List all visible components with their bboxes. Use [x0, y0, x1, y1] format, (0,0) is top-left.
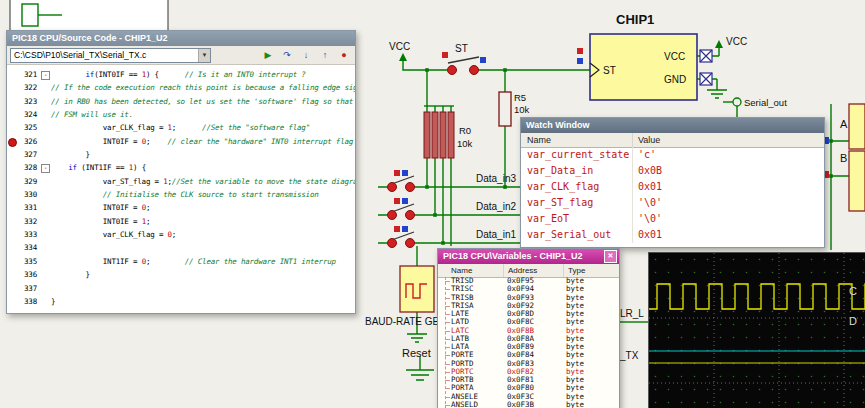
watch-variable-value: '\0': [633, 211, 824, 227]
breakpoint-marker[interactable]: [7, 135, 16, 148]
register-name: LATD: [438, 318, 503, 326]
file-path-combo[interactable]: C:\CSD\P10\Serial_TX\Serial_TX.c ▼: [10, 48, 211, 63]
breakpoint-gutter[interactable]: [7, 81, 16, 94]
variables-row[interactable]: LATB0x0F8Abyte: [438, 335, 619, 343]
breakpoint-gutter[interactable]: [7, 295, 16, 308]
breakpoint-gutter[interactable]: [7, 282, 16, 295]
code-line: 325 var_CLK_flag = 1; //Set the "softwar…: [7, 121, 355, 134]
variables-row[interactable]: LATC0x0F8Bbyte: [438, 327, 619, 335]
variables-column-type[interactable]: Type: [564, 264, 619, 277]
code-line: 323// in RB0 has been detected, so let u…: [7, 95, 355, 108]
code-line: 332 INT0IE = 1;: [7, 215, 355, 228]
breakpoint-gutter[interactable]: [7, 255, 16, 268]
file-path-value: C:\CSD\P10\Serial_TX\Serial_TX.c: [14, 50, 198, 60]
variables-row[interactable]: TRISB0x0F93byte: [438, 294, 619, 302]
variables-row[interactable]: PORTA0x0F80byte: [438, 384, 619, 392]
breakpoint-gutter[interactable]: [7, 108, 16, 121]
logic-indicator-high: [442, 52, 448, 58]
variables-row[interactable]: TRISD0x0F95byte: [438, 277, 619, 285]
chevron-down-icon[interactable]: ▼: [198, 49, 210, 62]
watch-row[interactable]: var_Data_in0x0B: [521, 163, 824, 179]
breakpoint-gutter[interactable]: [7, 201, 16, 214]
variables-row[interactable]: LATE0x0F8Dbyte: [438, 310, 619, 318]
step-into-icon[interactable]: ↓: [298, 48, 314, 63]
chip1-reference: CHIP1: [616, 12, 654, 27]
watch-column-name[interactable]: Name: [521, 133, 633, 147]
variables-column-address[interactable]: Address: [504, 264, 564, 277]
breakpoint-gutter[interactable]: [7, 121, 16, 134]
breakpoint-gutter[interactable]: [7, 215, 16, 228]
watch-row[interactable]: var_current_state'c': [521, 147, 824, 163]
breakpoint-gutter[interactable]: [7, 95, 16, 108]
close-icon[interactable]: ✕: [604, 250, 617, 263]
register-name: PORTE: [438, 351, 503, 359]
code-editor[interactable]: 321- if(INT0IF == 1) { // Is it an INT0 …: [7, 65, 355, 313]
debug-icon-group: ▶↷↓↑●: [260, 48, 352, 63]
fold-gutter: [39, 295, 51, 308]
fold-marker[interactable]: -: [39, 161, 51, 174]
chip1-pin-vcc-label: VCC: [664, 51, 685, 62]
variables-row[interactable]: LATA0x0F89byte: [438, 343, 619, 351]
register-address: 0x0F80: [503, 384, 562, 392]
variables-row[interactable]: TRISA0x0F92byte: [438, 302, 619, 310]
code-text: var_ST_flag = 1;//Set the variable to mo…: [51, 175, 355, 188]
source-window-title: PIC18 CPU/Source Code - CHIP1_U2: [12, 31, 168, 46]
register-address: 0x0F95: [503, 277, 562, 285]
breakpoint-gutter[interactable]: [7, 148, 16, 161]
breakpoint-gutter[interactable]: [7, 175, 16, 188]
st-button[interactable]: ST: [448, 43, 480, 75]
variables-row[interactable]: PORTD0x0F83byte: [438, 360, 619, 368]
register-name: PORTC: [438, 368, 503, 376]
watch-column-value[interactable]: Value: [633, 133, 824, 147]
breakpoint-gutter[interactable]: [7, 68, 16, 81]
code-text: // FSM will use it.: [51, 108, 355, 121]
breakpoint-gutter[interactable]: [7, 161, 16, 174]
line-number: 333: [16, 228, 39, 241]
breakpoint-gutter[interactable]: [7, 188, 16, 201]
watch-row[interactable]: var_CLK_flag0x01: [521, 179, 824, 195]
switch-data-in3[interactable]: [388, 170, 415, 192]
variables-column-name[interactable]: Name: [438, 264, 504, 277]
breakpoint-gutter[interactable]: [7, 268, 16, 281]
watch-row[interactable]: var_EoT'\0': [521, 211, 824, 227]
breakpoint-gutter[interactable]: [7, 241, 16, 254]
variables-row[interactable]: PORTC0x0F82byte: [438, 368, 619, 376]
baud-gen-label: BAUD-RATE GEN: [365, 316, 447, 327]
source-window-titlebar[interactable]: PIC18 CPU/Source Code - CHIP1_U2: [7, 31, 355, 46]
source-toolbar: C:\CSD\P10\Serial_TX\Serial_TX.c ▼ ▶↷↓↑●: [7, 46, 355, 65]
variables-row[interactable]: ANSELE0x0F3Cbyte: [438, 393, 619, 401]
fold-gutter: [39, 148, 51, 161]
register-name: PORTA: [438, 384, 503, 392]
code-text: [51, 241, 355, 254]
step-out-icon[interactable]: ↑: [317, 48, 333, 63]
fold-gutter: [39, 121, 51, 134]
code-text: var_CLK_flag = 1; //Set the "software fl…: [51, 121, 355, 134]
fold-gutter: [39, 201, 51, 214]
watch-row[interactable]: var_ST_flag'\0': [521, 195, 824, 211]
svg-text:ST: ST: [455, 43, 468, 54]
code-line: 335 INT1IF = 0; // Clear the hardware IN…: [7, 255, 355, 268]
register-address: 0x0F8A: [503, 335, 562, 343]
breakpoint-gutter[interactable]: [7, 228, 16, 241]
switch-data-in2[interactable]: [388, 198, 415, 220]
watch-row[interactable]: var_Serial_out0x01: [521, 227, 824, 243]
net-label-data-in2: Data_in2: [476, 201, 516, 212]
register-address: 0x0F3B: [503, 401, 562, 408]
variables-window-titlebar[interactable]: PIC18 CPU\Variables - CHIP1_U2 ✕: [438, 249, 619, 264]
breakpoint-icon[interactable]: ●: [336, 48, 352, 63]
variables-row[interactable]: PORTB0x0F81byte: [438, 376, 619, 384]
reset-label: Reset: [402, 347, 431, 359]
line-number: 331: [16, 201, 39, 214]
fold-marker[interactable]: -: [39, 68, 51, 81]
variables-row[interactable]: PORTE0x0F84byte: [438, 351, 619, 359]
step-over-icon[interactable]: ↷: [279, 48, 295, 63]
run-icon[interactable]: ▶: [260, 48, 276, 63]
register-type: byte: [562, 360, 619, 368]
watch-window-titlebar[interactable]: Watch Window: [521, 118, 824, 133]
variables-row[interactable]: ANSELD0x0F3Bbyte: [438, 401, 619, 408]
code-line: 322// If the code execution reach this p…: [7, 81, 355, 94]
switch-data-in1[interactable]: [388, 226, 415, 248]
variables-row[interactable]: LATD0x0F8Cbyte: [438, 318, 619, 326]
variables-row[interactable]: TRISC0x0F94byte: [438, 285, 619, 293]
register-type: byte: [562, 393, 619, 401]
